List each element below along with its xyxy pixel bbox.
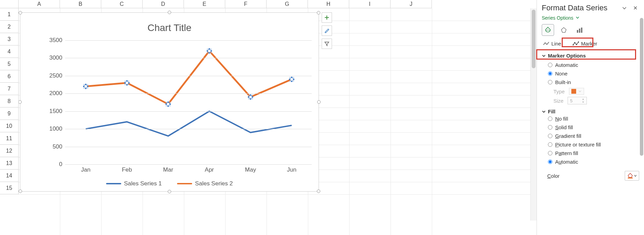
col-header-I[interactable]: I bbox=[349, 0, 391, 8]
fill-solid[interactable]: Solid fill bbox=[542, 123, 639, 132]
svg-point-13 bbox=[167, 103, 170, 106]
svg-rect-38 bbox=[579, 29, 580, 33]
svg-point-26 bbox=[248, 96, 249, 98]
row-header-7[interactable]: 7 bbox=[0, 83, 19, 95]
series-options-dropdown[interactable]: Series Options bbox=[537, 14, 644, 24]
svg-point-20 bbox=[207, 50, 208, 52]
col-header-F[interactable]: F bbox=[225, 0, 267, 8]
row-header-10[interactable]: 10 bbox=[0, 120, 19, 132]
svg-rect-37 bbox=[577, 30, 578, 33]
marker-builtin[interactable]: Built-in bbox=[542, 78, 639, 86]
fill-gradient[interactable]: Gradient fill bbox=[542, 132, 639, 140]
svg-point-35 bbox=[291, 81, 292, 82]
row-headers: 123456789101112131415 bbox=[0, 8, 19, 194]
row-header-13[interactable]: 13 bbox=[0, 157, 19, 170]
row-header-2[interactable]: 2 bbox=[0, 21, 19, 33]
spreadsheet-area: ABCDEFGHIJ 123456789101112131415 Chart T… bbox=[0, 0, 537, 235]
col-header-D[interactable]: D bbox=[143, 0, 184, 8]
row-header-3[interactable]: 3 bbox=[0, 33, 19, 45]
svg-point-1 bbox=[84, 85, 87, 88]
chart-series-svg bbox=[65, 40, 312, 164]
plot-area bbox=[65, 40, 312, 164]
marker-automatic[interactable]: Automatic bbox=[542, 61, 639, 69]
x-axis: JanFebMarAprMayJun bbox=[65, 166, 312, 175]
svg-point-27 bbox=[252, 96, 253, 98]
svg-rect-44 bbox=[628, 177, 633, 178]
series-options-tab-icon[interactable] bbox=[573, 24, 586, 36]
vertical-scrollbar[interactable] bbox=[530, 8, 537, 221]
svg-point-10 bbox=[126, 80, 128, 81]
row-header-9[interactable]: 9 bbox=[0, 108, 19, 120]
svg-point-8 bbox=[124, 82, 126, 83]
fill-pattern[interactable]: Pattern fill bbox=[542, 149, 639, 157]
col-header-H[interactable]: H bbox=[308, 0, 349, 8]
format-pane: Format Data Series Series Options bbox=[537, 0, 644, 235]
line-icon bbox=[543, 41, 549, 46]
marker-type-row: Type bbox=[542, 88, 639, 95]
svg-marker-36 bbox=[561, 28, 566, 32]
col-header-E[interactable]: E bbox=[184, 0, 225, 8]
pane-scrollbar[interactable] bbox=[640, 18, 643, 190]
effects-tab-icon[interactable] bbox=[558, 24, 570, 36]
pane-options-button[interactable] bbox=[621, 4, 628, 12]
col-header-A[interactable]: A bbox=[19, 0, 60, 8]
svg-point-14 bbox=[165, 103, 167, 105]
row-header-11[interactable]: 11 bbox=[0, 132, 19, 145]
col-header-G[interactable]: G bbox=[267, 0, 308, 8]
pane-title: Format Data Series bbox=[542, 3, 617, 12]
pane-close-button[interactable] bbox=[632, 4, 639, 12]
row-header-15[interactable]: 15 bbox=[0, 182, 19, 194]
col-header-J[interactable]: J bbox=[391, 0, 432, 8]
svg-point-23 bbox=[209, 52, 210, 54]
chart-object[interactable]: Chart Title 0500100015002000250030003500… bbox=[20, 12, 319, 192]
fill-none[interactable]: No fill bbox=[542, 114, 639, 123]
y-axis: 0500100015002000250030003500 bbox=[44, 40, 65, 164]
col-header-C[interactable]: C bbox=[101, 0, 143, 8]
fill-color-button[interactable] bbox=[625, 171, 639, 181]
svg-point-4 bbox=[85, 84, 86, 85]
chart-legend[interactable]: Sales Series 1 Sales Series 2 bbox=[20, 179, 319, 187]
svg-point-31 bbox=[290, 78, 293, 81]
row-header-4[interactable]: 4 bbox=[0, 45, 19, 58]
svg-point-19 bbox=[208, 49, 211, 52]
svg-point-29 bbox=[250, 99, 251, 100]
section-fill[interactable]: Fill bbox=[542, 109, 639, 114]
fill-color-label: Color bbox=[547, 173, 560, 179]
svg-point-3 bbox=[87, 86, 89, 87]
row-header-8[interactable]: 8 bbox=[0, 95, 19, 108]
chart-styles-button[interactable] bbox=[322, 25, 332, 36]
svg-point-9 bbox=[128, 82, 130, 83]
chart-elements-button[interactable] bbox=[322, 12, 332, 23]
fill-picture[interactable]: Picture or texture fill bbox=[542, 140, 639, 149]
svg-rect-39 bbox=[581, 28, 582, 33]
tab-line[interactable]: Line bbox=[542, 40, 562, 47]
marker-none[interactable]: None bbox=[542, 69, 639, 78]
svg-point-34 bbox=[291, 76, 292, 78]
row-header-5[interactable]: 5 bbox=[0, 58, 19, 70]
marker-size-row: Size 5▲▼ bbox=[542, 97, 639, 104]
section-marker-options[interactable]: Marker Options bbox=[542, 53, 639, 59]
svg-point-22 bbox=[209, 48, 210, 50]
row-header-1[interactable]: 1 bbox=[0, 8, 19, 21]
fill-automatic[interactable]: Automatic bbox=[542, 157, 639, 166]
marker-icon bbox=[573, 41, 579, 46]
column-headers: ABCDEFGHIJ bbox=[0, 0, 537, 8]
svg-point-25 bbox=[249, 95, 252, 99]
svg-point-33 bbox=[293, 79, 294, 80]
fill-line-tab-icon[interactable] bbox=[542, 24, 554, 36]
col-header-B[interactable]: B bbox=[60, 0, 101, 8]
row-header-12[interactable]: 12 bbox=[0, 145, 19, 157]
row-header-6[interactable]: 6 bbox=[0, 70, 19, 83]
svg-point-5 bbox=[85, 88, 86, 89]
svg-point-2 bbox=[83, 86, 84, 87]
tab-marker[interactable]: Marker bbox=[571, 40, 599, 47]
chart-title[interactable]: Chart Title bbox=[20, 22, 319, 33]
svg-point-42 bbox=[576, 44, 577, 45]
svg-point-21 bbox=[211, 50, 212, 52]
row-header-14[interactable]: 14 bbox=[0, 170, 19, 182]
svg-point-41 bbox=[574, 42, 575, 43]
svg-point-11 bbox=[126, 84, 128, 85]
chart-plot: 0500100015002000250030003500 JanFebMarAp… bbox=[44, 40, 312, 164]
select-all-corner[interactable] bbox=[0, 0, 19, 8]
chart-filters-button[interactable] bbox=[322, 39, 332, 49]
